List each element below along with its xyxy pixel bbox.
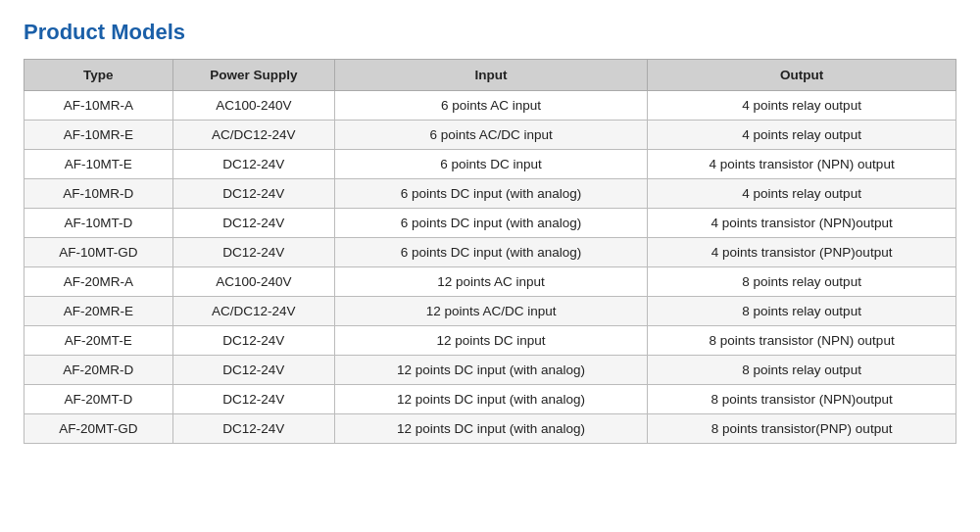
table-cell-r11-c3: 8 points transistor(PNP) output: [648, 414, 956, 444]
table-cell-r1-c3: 4 points relay output: [648, 121, 956, 150]
table-cell-r9-c3: 8 points relay output: [648, 356, 956, 385]
table-cell-r6-c1: AC100-240V: [172, 267, 334, 297]
table-cell-r1-c1: AC/DC12-24V: [172, 121, 334, 150]
table-cell-r0-c3: 4 points relay output: [648, 91, 956, 121]
table-cell-r6-c3: 8 points relay output: [648, 267, 956, 297]
table-row: AF-10MT-EDC12-24V6 points DC input4 poin…: [24, 150, 956, 179]
table-cell-r7-c2: 12 points AC/DC input: [334, 297, 647, 326]
table-row: AF-20MT-GDDC12-24V12 points DC input (wi…: [24, 414, 956, 444]
table-row: AF-10MR-DDC12-24V6 points DC input (with…: [24, 179, 956, 209]
table-cell-r3-c1: DC12-24V: [172, 179, 334, 209]
table-cell-r11-c0: AF-20MT-GD: [24, 414, 173, 444]
table-cell-r2-c2: 6 points DC input: [334, 150, 647, 179]
table-cell-r11-c1: DC12-24V: [172, 414, 334, 444]
table-cell-r8-c2: 12 points DC input: [334, 326, 647, 356]
table-cell-r5-c3: 4 points transistor (PNP)output: [648, 238, 956, 267]
table-cell-r8-c1: DC12-24V: [172, 326, 334, 356]
table-cell-r3-c2: 6 points DC input (with analog): [334, 179, 647, 209]
table-row: AF-10MR-EAC/DC12-24V6 points AC/DC input…: [24, 121, 956, 150]
table-cell-r8-c0: AF-20MT-E: [24, 326, 173, 356]
table-cell-r5-c1: DC12-24V: [172, 238, 334, 267]
table-cell-r4-c3: 4 points transistor (NPN)output: [648, 209, 956, 238]
table-header-row: Type Power Supply Input Output: [24, 60, 956, 91]
col-header-output: Output: [648, 60, 956, 91]
table-cell-r5-c2: 6 points DC input (with analog): [334, 238, 647, 267]
table-cell-r9-c1: DC12-24V: [172, 356, 334, 385]
col-header-power-supply: Power Supply: [172, 60, 334, 91]
table-cell-r10-c3: 8 points transistor (NPN)output: [648, 385, 956, 414]
table-cell-r7-c3: 8 points relay output: [648, 297, 956, 326]
table-cell-r10-c1: DC12-24V: [172, 385, 334, 414]
table-row: AF-20MR-AAC100-240V12 points AC input8 p…: [24, 267, 956, 297]
table-cell-r1-c2: 6 points AC/DC input: [334, 121, 647, 150]
col-header-type: Type: [24, 60, 173, 91]
table-cell-r3-c0: AF-10MR-D: [24, 179, 173, 209]
table-cell-r3-c3: 4 points relay output: [648, 179, 956, 209]
table-cell-r2-c0: AF-10MT-E: [24, 150, 173, 179]
table-cell-r4-c1: DC12-24V: [172, 209, 334, 238]
table-cell-r4-c2: 6 points DC input (with analog): [334, 209, 647, 238]
table-row: AF-20MR-DDC12-24V12 points DC input (wit…: [24, 356, 956, 385]
table-cell-r1-c0: AF-10MR-E: [24, 121, 173, 150]
table-cell-r9-c0: AF-20MR-D: [24, 356, 173, 385]
table-row: AF-10MR-AAC100-240V6 points AC input4 po…: [24, 91, 956, 121]
table-cell-r4-c0: AF-10MT-D: [24, 209, 173, 238]
table-cell-r10-c0: AF-20MT-D: [24, 385, 173, 414]
table-cell-r0-c1: AC100-240V: [172, 91, 334, 121]
table-cell-r2-c1: DC12-24V: [172, 150, 334, 179]
table-cell-r0-c2: 6 points AC input: [334, 91, 647, 121]
table-row: AF-20MT-DDC12-24V12 points DC input (wit…: [24, 385, 956, 414]
col-header-input: Input: [334, 60, 647, 91]
table-cell-r11-c2: 12 points DC input (with analog): [334, 414, 647, 444]
product-models-table: Type Power Supply Input Output AF-10MR-A…: [24, 59, 956, 444]
table-cell-r0-c0: AF-10MR-A: [24, 91, 173, 121]
table-row: AF-20MT-EDC12-24V12 points DC input8 poi…: [24, 326, 956, 356]
table-cell-r9-c2: 12 points DC input (with analog): [334, 356, 647, 385]
table-cell-r5-c0: AF-10MT-GD: [24, 238, 173, 267]
table-cell-r8-c3: 8 points transistor (NPN) output: [648, 326, 956, 356]
table-cell-r6-c2: 12 points AC input: [334, 267, 647, 297]
table-cell-r6-c0: AF-20MR-A: [24, 267, 173, 297]
table-cell-r2-c3: 4 points transistor (NPN) output: [648, 150, 956, 179]
table-cell-r7-c0: AF-20MR-E: [24, 297, 173, 326]
table-cell-r10-c2: 12 points DC input (with analog): [334, 385, 647, 414]
table-row: AF-20MR-EAC/DC12-24V12 points AC/DC inpu…: [24, 297, 956, 326]
table-row: AF-10MT-DDC12-24V6 points DC input (with…: [24, 209, 956, 238]
table-row: AF-10MT-GDDC12-24V6 points DC input (wit…: [24, 238, 956, 267]
page-title: Product Models: [24, 20, 956, 45]
table-cell-r7-c1: AC/DC12-24V: [172, 297, 334, 326]
